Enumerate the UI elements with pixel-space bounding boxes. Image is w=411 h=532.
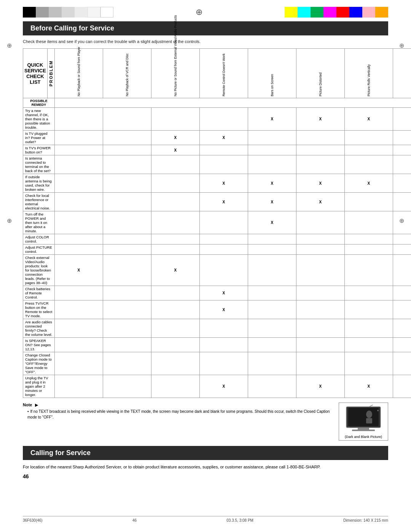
color-swatch-orange: [375, 7, 388, 18]
mark-cell: [54, 352, 103, 375]
mark-cell: [54, 319, 103, 338]
remedy-cell: Check external Video/Audio products: loo…: [23, 255, 55, 286]
intro-text: Check these items and see if you can cor…: [23, 39, 388, 44]
remedy-cell: Is SPEAKER ON? See pages 12,13.: [23, 338, 55, 352]
mark-cell: [103, 244, 151, 255]
mark-cell: X: [199, 300, 248, 319]
mark-cell: [296, 145, 344, 155]
color-swatch-yellow: [285, 7, 298, 18]
table-row: Try a new channel, if OK, then there is …: [23, 108, 411, 131]
mark-cell: [248, 255, 296, 286]
mark-cell: X: [199, 375, 248, 398]
table-row: Turn off the POWER and then turn it on a…: [23, 211, 411, 234]
mark-cell: [344, 244, 393, 255]
mark-cell: [103, 352, 151, 375]
col-header-5: Picture Distorted: [296, 49, 344, 98]
mark-cell: [103, 211, 151, 234]
color-swatch-cyan: [298, 7, 311, 18]
remedy-cell: Adjust PICTURE control.: [23, 244, 55, 255]
mark-cell: [393, 338, 411, 352]
mark-cell: X: [199, 286, 248, 300]
mark-cell: [103, 131, 151, 145]
table-row: Change Closed Caption mode to "OFF"/Ener…: [23, 352, 411, 375]
mark-cell: [296, 155, 344, 174]
mark-cell: [344, 319, 393, 338]
mark-cell: [54, 155, 103, 174]
remedy-cell: Press TV/VCR button on the Remote to sel…: [23, 300, 55, 319]
mark-cell: [199, 234, 248, 244]
mark-cell: [199, 155, 248, 174]
mark-cell: [199, 145, 248, 155]
footer-center: 46: [132, 518, 137, 522]
mark-cell: [248, 300, 296, 319]
col-header-6: Picture Rolls Vertically: [344, 49, 393, 98]
mark-cell: X: [296, 375, 344, 398]
quick-service-cell: QUICK SERVICE CHECK LIST: [23, 49, 48, 98]
table-row: Press TV/VCR button on the Remote to sel…: [23, 300, 411, 319]
mark-cell: [344, 131, 393, 145]
before-calling-header: Before Calling for Service: [23, 21, 388, 35]
mark-cell: [296, 338, 344, 352]
color-swatch-gray3: [62, 7, 75, 18]
mark-cell: [199, 211, 248, 234]
mark-cell: [344, 234, 393, 244]
before-calling-title: Before Calling for Service: [30, 24, 114, 32]
table-row: Are audio cables connected firmly? Check…: [23, 319, 411, 338]
mark-cell: [103, 286, 151, 300]
mark-cell: [151, 244, 199, 255]
mark-cell: [296, 300, 344, 319]
note-section: Note ▶ •If no TEXT broadcast is being re…: [23, 403, 388, 441]
mark-cell: [248, 286, 296, 300]
remedy-cell: Is TV's POWER button on?: [23, 145, 55, 155]
color-swatch-pink: [362, 7, 375, 18]
table-row: Is SPEAKER ON? See pages 12,13.X: [23, 338, 411, 352]
mark-cell: [344, 286, 393, 300]
mark-cell: [248, 338, 296, 352]
footer-dimension: Dimension: 140 X 215 mm: [343, 518, 388, 522]
mark-cell: [151, 375, 199, 398]
mark-cell: [248, 352, 296, 375]
mark-cell: [103, 375, 151, 398]
color-swatch-gray1: [36, 7, 49, 18]
mark-cell: [199, 244, 248, 255]
svg-point-7: [377, 410, 379, 411]
color-swatch-red: [336, 7, 349, 18]
mark-cell: [54, 211, 103, 234]
mark-cell: X: [296, 108, 344, 131]
mark-cell: [248, 319, 296, 338]
remedy-cell: Adjust COLOR control.: [23, 234, 55, 244]
color-swatch-white: [100, 7, 113, 18]
mark-cell: [151, 174, 199, 193]
mark-cell: [54, 300, 103, 319]
color-bar-left: [23, 7, 113, 18]
color-swatch-gray4: [75, 7, 88, 18]
mark-cell: [344, 193, 393, 211]
mark-cell: [393, 193, 411, 211]
table-row: If outside antenna is being used, check …: [23, 174, 411, 193]
col-header-4: Bars on Screen: [248, 49, 296, 98]
reg-mark-right-mid: ⊕: [399, 217, 404, 224]
mark-cell: X: [248, 174, 296, 193]
mark-cell: X: [54, 255, 103, 286]
footer-right: 03.3.5, 3:08 PM: [226, 518, 253, 522]
mark-cell: [199, 338, 248, 352]
table-row: Adjust PICTURE control.XX: [23, 244, 411, 255]
mark-cell: X: [296, 174, 344, 193]
problem-label: PROBLEM: [49, 60, 53, 86]
mark-cell: X: [296, 193, 344, 211]
table-row: Adjust COLOR control.X: [23, 234, 411, 244]
mark-cell: [393, 108, 411, 131]
calling-text: For location of the nearest Sharp Author…: [23, 464, 388, 470]
possible-remedy-label: POSSIBLE REMEDY: [30, 99, 48, 107]
calling-header: Calling for Service: [23, 446, 388, 460]
mark-cell: [54, 234, 103, 244]
mark-cell: [54, 108, 103, 131]
mark-cell: [151, 300, 199, 319]
col-header-0: No Playback or Sound from Player: [54, 49, 103, 98]
table-row: Check batteries of Remote Control.X: [23, 286, 411, 300]
mark-cell: [54, 193, 103, 211]
tv-illustration: [344, 405, 382, 433]
mark-cell: X: [199, 131, 248, 145]
mark-cell: [103, 174, 151, 193]
mark-cell: [393, 145, 411, 155]
